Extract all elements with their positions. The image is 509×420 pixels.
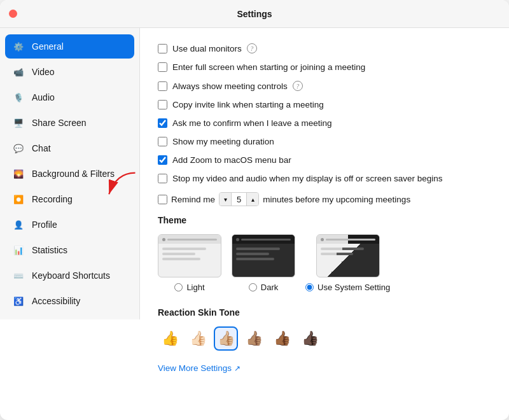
- sidebar-label-general: General: [32, 41, 64, 52]
- help-icon-dual-monitors[interactable]: ?: [247, 43, 257, 53]
- sidebar: ⚙️General📹Video🎙️Audio🖥️Share Screen💬Cha…: [0, 28, 140, 319]
- view-more-label: View More Settings: [158, 363, 232, 373]
- sidebar-label-chat: Chat: [32, 143, 51, 153]
- checkbox-row-dual-monitors: Use dual monitors?: [158, 43, 491, 53]
- sidebar-icon-share-screen: 🖥️: [11, 116, 25, 130]
- theme-radio-system[interactable]: Use System Setting: [305, 283, 390, 292]
- checkbox-copy-invite[interactable]: [158, 100, 167, 109]
- sidebar-icon-video: 📹: [11, 65, 25, 79]
- skin-tone-tone-2[interactable]: 👍🏻: [186, 326, 210, 351]
- sidebar-item-profile[interactable]: 👤Profile: [5, 213, 134, 237]
- radio-system[interactable]: [305, 283, 314, 291]
- sidebar-label-profile: Profile: [32, 220, 57, 230]
- remind-row: Remind me ▾ 5 ▴ minutes before my upcomi…: [158, 192, 491, 206]
- sidebar-icon-statistics: 📊: [11, 243, 25, 257]
- sidebar-item-accessibility[interactable]: ♿Accessibility: [5, 289, 134, 313]
- remind-checkbox[interactable]: [158, 195, 167, 204]
- checkbox-row-copy-invite: Copy invite link when starting a meeting: [158, 100, 491, 109]
- theme-option-system[interactable]: Use System Setting: [305, 234, 390, 292]
- sidebar-label-video: Video: [32, 67, 55, 77]
- checkbox-meeting-duration[interactable]: [158, 137, 167, 146]
- external-link-icon: ↗: [234, 364, 241, 373]
- traffic-lights: [9, 10, 17, 18]
- skin-tone-tone-5[interactable]: 👍🏾: [270, 326, 294, 351]
- theme-options: Light: [158, 234, 491, 292]
- checkbox-label-full-screen: Enter full screen when starting or joini…: [172, 62, 365, 72]
- skin-tone-title: Reaction Skin Tone: [158, 307, 491, 318]
- remind-label: Remind me: [171, 195, 215, 204]
- sidebar-icon-background-filters: 🌄: [11, 167, 25, 181]
- theme-option-light[interactable]: Light: [158, 234, 221, 292]
- sidebar-item-general[interactable]: ⚙️General: [5, 34, 134, 59]
- sidebar-item-background-filters[interactable]: 🌄Background & Filters: [5, 162, 134, 186]
- theme-option-dark[interactable]: Dark: [232, 234, 295, 292]
- stepper-value: 5: [231, 193, 247, 206]
- main-content: Use dual monitors?Enter full screen when…: [140, 28, 509, 420]
- checkbox-row-meeting-duration: Show my meeting duration: [158, 137, 491, 146]
- sidebar-icon-audio: 🎙️: [11, 90, 25, 104]
- checkbox-dual-monitors[interactable]: [158, 44, 167, 53]
- sidebar-icon-chat: 💬: [11, 141, 25, 155]
- radio-dark[interactable]: [249, 283, 257, 291]
- checkbox-row-full-screen: Enter full screen when starting or joini…: [158, 62, 491, 72]
- checkbox-label-meeting-duration: Show my meeting duration: [172, 137, 274, 146]
- sidebar-label-keyboard-shortcuts: Keyboard Shortcuts: [32, 270, 110, 281]
- sidebar-label-recording: Recording: [32, 194, 73, 204]
- checkbox-row-confirm-leave: Ask me to confirm when I leave a meeting: [158, 118, 491, 128]
- sidebar-label-background-filters: Background & Filters: [32, 169, 115, 179]
- checkbox-label-stop-video-audio: Stop my video and audio when my display …: [172, 174, 442, 183]
- sidebar-wrapper: ⚙️General📹Video🎙️Audio🖥️Share Screen💬Cha…: [0, 28, 140, 420]
- theme-label-dark: Dark: [261, 283, 278, 292]
- checkbox-meeting-controls[interactable]: [158, 81, 167, 91]
- sidebar-label-share-screen: Share Screen: [32, 118, 87, 128]
- theme-section: Theme: [158, 215, 491, 292]
- titlebar: Settings: [0, 0, 509, 28]
- sidebar-icon-recording: ⏺️: [11, 192, 25, 206]
- skin-tone-tone-1[interactable]: 👍: [158, 326, 182, 351]
- sidebar-label-statistics: Statistics: [32, 245, 67, 255]
- theme-preview-light: [158, 234, 221, 277]
- skin-tone-tone-6[interactable]: 👍🏿: [298, 326, 322, 351]
- sidebar-label-audio: Audio: [32, 92, 55, 102]
- content-area: ⚙️General📹Video🎙️Audio🖥️Share Screen💬Cha…: [0, 28, 509, 420]
- remind-stepper[interactable]: ▾ 5 ▴: [219, 192, 259, 206]
- close-dot[interactable]: [9, 10, 17, 18]
- sidebar-item-chat[interactable]: 💬Chat: [5, 136, 134, 160]
- checkbox-menu-bar[interactable]: [158, 155, 167, 165]
- checkboxes-container: Use dual monitors?Enter full screen when…: [158, 43, 491, 183]
- checkbox-row-meeting-controls: Always show meeting controls?: [158, 81, 491, 91]
- sidebar-item-statistics[interactable]: 📊Statistics: [5, 238, 134, 262]
- help-icon-meeting-controls[interactable]: ?: [293, 81, 303, 91]
- theme-title: Theme: [158, 215, 491, 225]
- sidebar-icon-profile: 👤: [11, 218, 25, 232]
- skin-tone-tone-3[interactable]: 👍🏼: [214, 326, 238, 351]
- sidebar-icon-keyboard-shortcuts: ⌨️: [11, 269, 25, 283]
- radio-light[interactable]: [174, 283, 183, 291]
- window-title: Settings: [237, 9, 272, 19]
- stepper-down[interactable]: ▾: [220, 193, 231, 206]
- checkbox-full-screen[interactable]: [158, 62, 167, 72]
- theme-radio-light[interactable]: Light: [174, 283, 204, 292]
- checkbox-row-menu-bar: Add Zoom to macOS menu bar: [158, 155, 491, 165]
- sidebar-item-recording[interactable]: ⏺️Recording: [5, 187, 134, 211]
- remind-suffix: minutes before my upcoming meetings: [263, 195, 410, 204]
- checkbox-label-dual-monitors: Use dual monitors: [172, 44, 242, 53]
- checkbox-confirm-leave[interactable]: [158, 118, 167, 128]
- sidebar-item-keyboard-shortcuts[interactable]: ⌨️Keyboard Shortcuts: [5, 263, 134, 288]
- theme-preview-dark: [232, 234, 295, 277]
- checkbox-label-meeting-controls: Always show meeting controls: [172, 81, 288, 91]
- skin-tone-section: Reaction Skin Tone 👍👍🏻👍🏼👍🏽👍🏾👍🏿: [158, 307, 491, 351]
- sidebar-item-audio[interactable]: 🎙️Audio: [5, 85, 134, 109]
- sidebar-item-share-screen[interactable]: 🖥️Share Screen: [5, 111, 134, 135]
- checkbox-label-confirm-leave: Ask me to confirm when I leave a meeting: [172, 118, 332, 128]
- sidebar-item-video[interactable]: 📹Video: [5, 60, 134, 84]
- settings-window: Settings ⚙️General📹Video🎙️Audio🖥️Share S…: [0, 0, 509, 420]
- theme-radio-dark[interactable]: Dark: [249, 283, 278, 292]
- checkbox-label-copy-invite: Copy invite link when starting a meeting: [172, 100, 324, 109]
- checkbox-row-stop-video-audio: Stop my video and audio when my display …: [158, 174, 491, 183]
- sidebar-icon-general: ⚙️: [11, 39, 25, 53]
- checkbox-stop-video-audio[interactable]: [158, 174, 167, 183]
- stepper-up[interactable]: ▴: [247, 193, 258, 206]
- skin-tone-tone-4[interactable]: 👍🏽: [242, 326, 266, 351]
- view-more-link[interactable]: View More Settings ↗: [158, 363, 491, 373]
